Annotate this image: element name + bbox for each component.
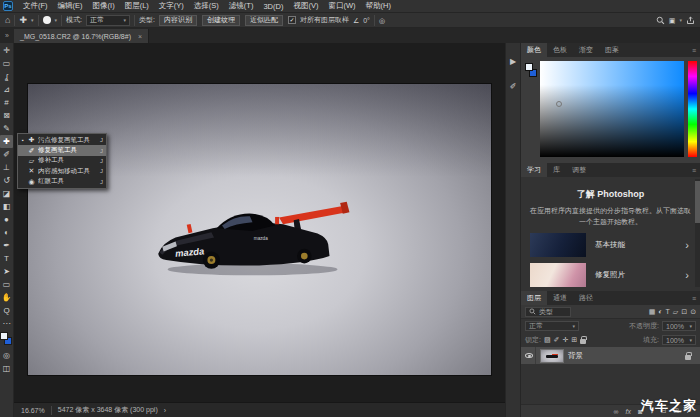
hand-tool-icon[interactable]: ✋ — [0, 291, 13, 304]
gradient-tool-icon[interactable]: ◧ — [0, 200, 13, 213]
fill-input[interactable]: 100% ▾ — [662, 335, 696, 345]
layer-visibility-toggle[interactable] — [523, 347, 536, 364]
brush-picker-caret-icon[interactable]: ▾ — [55, 18, 58, 23]
menu-3d[interactable]: 3D(D) — [258, 2, 288, 11]
lock-image-pixels-icon[interactable]: ✐ — [554, 336, 560, 344]
share-icon[interactable] — [686, 16, 695, 25]
brush-preview-icon[interactable] — [43, 16, 51, 24]
menu-help[interactable]: 帮助(H) — [361, 1, 396, 11]
tab-libraries[interactable]: 库 — [547, 163, 566, 177]
lock-transparent-pixels-icon[interactable]: ▨ — [544, 336, 551, 344]
filter-pin-icon[interactable]: ⊙ — [690, 308, 696, 316]
hue-slider[interactable] — [688, 61, 697, 157]
panel-foreground-swatch[interactable] — [525, 63, 533, 71]
saturation-brightness-field[interactable] — [540, 61, 684, 157]
tab-color[interactable]: 颜色 — [521, 43, 547, 57]
menu-type[interactable]: 文字(Y) — [154, 1, 189, 11]
panel-color-swatches[interactable] — [525, 61, 540, 157]
tab-gradients[interactable]: 渐变 — [573, 43, 599, 57]
dodge-tool-icon[interactable]: ◐ — [0, 226, 13, 239]
flyout-red-eye-tool[interactable]: ◉ 红眼工具 J — [18, 177, 106, 187]
search-icon[interactable] — [656, 16, 665, 25]
layers-panel-menu-icon[interactable]: ≡ — [692, 291, 700, 305]
tab-paths[interactable]: 路径 — [573, 291, 599, 305]
toolbar-collapse-icon[interactable]: » — [0, 32, 14, 39]
learn-panel-menu-icon[interactable]: ≡ — [692, 163, 700, 177]
learn-scrollbar[interactable] — [695, 179, 700, 287]
menu-view[interactable]: 视图(V) — [288, 1, 323, 11]
foreground-color-swatch[interactable] — [0, 332, 8, 340]
content-aware-button[interactable]: 内容识别 — [159, 15, 197, 26]
tutorial-card-retouch-photos[interactable]: 修复照片 › — [530, 263, 691, 288]
flyout-content-aware-move[interactable]: ✕ 内容感知移动工具 J — [18, 166, 106, 176]
type-tool-icon[interactable]: T — [0, 252, 13, 265]
menu-window[interactable]: 窗口(W) — [323, 1, 360, 11]
menu-edit[interactable]: 编辑(E) — [53, 1, 88, 11]
eyedropper-tool-icon[interactable]: ✎ — [0, 122, 13, 135]
workspace-caret-icon[interactable]: ▾ — [679, 18, 682, 23]
history-brush-tool-icon[interactable]: ↺ — [0, 174, 13, 187]
layer-filter-type-select[interactable]: 类型 — [525, 307, 571, 317]
menu-select[interactable]: 选择(S) — [189, 1, 224, 11]
clone-stamp-tool-icon[interactable]: ⊥ — [0, 161, 13, 174]
canvas-area[interactable]: mazda mazda — [14, 43, 505, 402]
tab-learn[interactable]: 学习 — [521, 163, 547, 177]
eraser-tool-icon[interactable]: ◪ — [0, 187, 13, 200]
menu-image[interactable]: 图像(I) — [88, 1, 120, 11]
opacity-input[interactable]: 100% ▾ — [662, 321, 696, 331]
tool-preset-caret-icon[interactable]: ▾ — [31, 18, 34, 23]
flyout-healing-brush[interactable]: ✐ 修复画笔工具 J — [18, 145, 106, 155]
lock-all-icon[interactable] — [580, 339, 586, 344]
actions-panel-icon[interactable]: ▶ — [507, 55, 520, 68]
frame-tool-icon[interactable]: ⊠ — [0, 109, 13, 122]
menu-layer[interactable]: 图层(L) — [120, 1, 154, 11]
filter-smart-objects-icon[interactable]: ⊡ — [681, 308, 687, 316]
tab-adjustments[interactable]: 调整 — [566, 163, 592, 177]
filter-type-layers-icon[interactable]: T — [666, 308, 670, 315]
angle-value[interactable]: 0° — [363, 17, 370, 24]
foreground-background-swatches[interactable] — [0, 332, 13, 347]
document-tab[interactable]: _MG_0518.CR2 @ 16.7%(RGB/8#) × — [14, 29, 149, 43]
status-chevron-icon[interactable]: › — [164, 407, 166, 414]
shape-tool-icon[interactable]: ▭ — [0, 278, 13, 291]
pen-pressure-icon[interactable]: ◎ — [379, 17, 385, 24]
filter-shape-layers-icon[interactable]: ▱ — [673, 308, 678, 316]
tab-patterns[interactable]: 图案 — [599, 43, 625, 57]
blend-mode-select[interactable]: 正常 ▾ — [525, 321, 579, 331]
filter-pixel-layers-icon[interactable]: ▦ — [649, 308, 656, 316]
flyout-patch-tool[interactable]: ▱ 修补工具 J — [18, 156, 106, 166]
layer-style-icon[interactable]: fx — [625, 408, 630, 415]
sample-all-layers-checkbox[interactable]: ✓ — [288, 16, 296, 24]
home-icon[interactable]: ⌂ — [5, 16, 10, 25]
tutorial-card-basic-skills[interactable]: 基本技能 › — [530, 233, 691, 258]
screen-mode-icon[interactable]: ◫ — [0, 362, 13, 375]
menu-filter[interactable]: 滤镜(T) — [224, 1, 259, 11]
marquee-tool-icon[interactable]: ▭ — [0, 57, 13, 70]
layer-thumbnail[interactable] — [540, 349, 564, 363]
brush-settings-panel-icon[interactable]: ✐ — [507, 80, 520, 93]
filter-adjustment-layers-icon[interactable]: ◐ — [658, 308, 662, 315]
color-cursor-icon[interactable] — [556, 101, 562, 107]
lock-artboard-icon[interactable]: ⊞ — [571, 336, 577, 344]
mode-select[interactable]: 正常 ▾ — [86, 15, 130, 26]
close-tab-icon[interactable]: × — [138, 33, 142, 40]
current-tool-icon[interactable]: ✚ — [19, 16, 27, 25]
link-layers-icon[interactable]: ∞ — [613, 408, 618, 415]
layer-row-background[interactable]: 背景 — [521, 347, 700, 364]
lock-position-icon[interactable]: ✛ — [562, 336, 568, 344]
document-image[interactable]: mazda mazda — [28, 84, 491, 375]
tab-swatches[interactable]: 色板 — [547, 43, 573, 57]
menu-file[interactable]: 文件(F) — [18, 1, 53, 11]
tab-layers[interactable]: 图层 — [521, 291, 547, 305]
edit-toolbar-icon[interactable]: ⋯ — [0, 317, 13, 330]
object-selection-tool-icon[interactable]: ⊿ — [0, 83, 13, 96]
crop-tool-icon[interactable]: # — [0, 96, 13, 109]
zoom-level[interactable]: 16.67% — [21, 407, 45, 414]
lasso-tool-icon[interactable]: ʆ — [0, 70, 13, 83]
quick-mask-icon[interactable]: ◎ — [0, 349, 13, 362]
zoom-tool-icon[interactable]: Q — [0, 304, 13, 317]
color-panel-menu-icon[interactable]: ≡ — [692, 43, 700, 57]
proximity-match-button[interactable]: 近似匹配 — [245, 15, 283, 26]
tab-channels[interactable]: 通道 — [547, 291, 573, 305]
spot-healing-brush-tool-icon[interactable]: ✚ — [0, 135, 13, 148]
